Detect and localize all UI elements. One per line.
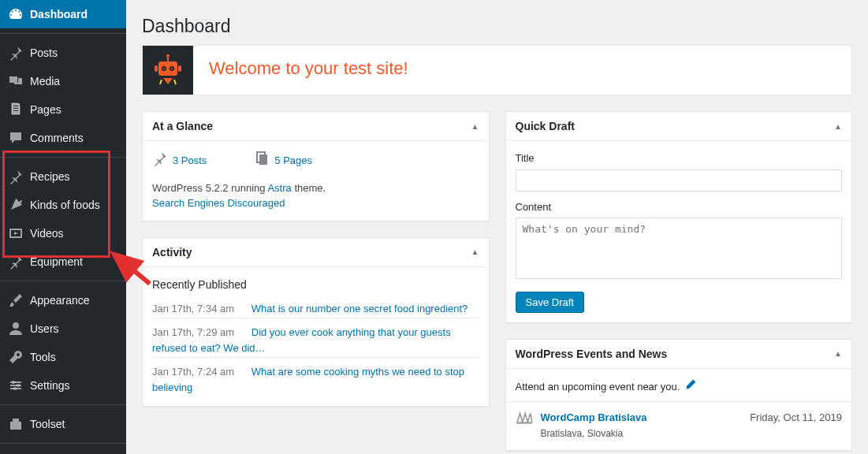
page-title: Dashboard bbox=[142, 0, 852, 45]
sidebar-item-kinds-of-foods[interactable]: Kinds of foods bbox=[0, 191, 126, 219]
sidebar-item-label: Users bbox=[30, 322, 118, 335]
pin-icon bbox=[152, 151, 168, 171]
activity-item: Jan 17th, 7:29 am Did you ever cook anyt… bbox=[152, 318, 479, 357]
activity-title: Activity bbox=[152, 246, 192, 259]
sidebar-item-dashboard[interactable]: Dashboard bbox=[0, 0, 126, 28]
welcome-text: Welcome to your test site! bbox=[193, 46, 424, 95]
event-item: WordCamp Bratislava Bratislava, Slovakia… bbox=[516, 410, 843, 441]
sidebar-item-appearance[interactable]: Appearance bbox=[0, 286, 126, 314]
svg-point-9 bbox=[13, 387, 17, 390]
svg-rect-22 bbox=[178, 65, 181, 72]
draft-title-label: Title bbox=[516, 151, 843, 166]
video-icon bbox=[8, 225, 24, 241]
at-a-glance-box: At a Glance ▲ 3 Posts 5 Pages bbox=[142, 111, 490, 221]
sidebar-item-label: Kinds of foods bbox=[30, 199, 118, 211]
wordcamp-icon bbox=[516, 410, 533, 441]
block-icon bbox=[8, 416, 24, 432]
event-location: Bratislava, Slovakia bbox=[541, 428, 624, 439]
theme-link[interactable]: Astra bbox=[267, 182, 291, 194]
activity-item: Jan 17th, 7:24 am What are some cooking … bbox=[152, 357, 479, 396]
sidebar-item-label: Appearance bbox=[30, 294, 118, 307]
sidebar-item-label: Tools bbox=[30, 351, 118, 363]
user-icon bbox=[8, 321, 24, 337]
glance-footer: WordPress 5.2.2 running Astra theme. bbox=[152, 180, 479, 196]
copy-icon bbox=[254, 151, 270, 171]
sidebar-item-videos[interactable]: Videos bbox=[0, 219, 126, 247]
sidebar-item-equipment[interactable]: Equipment bbox=[0, 247, 126, 276]
toggle-icon[interactable]: ▲ bbox=[471, 247, 479, 256]
sidebar-item-label: Videos bbox=[30, 227, 118, 240]
divider bbox=[506, 401, 852, 402]
draft-content-textarea[interactable] bbox=[516, 218, 843, 279]
sidebar-item-label: Comments bbox=[30, 132, 118, 144]
sidebar-item-label: Settings bbox=[30, 379, 118, 392]
svg-rect-25 bbox=[516, 422, 532, 423]
svg-rect-11 bbox=[13, 419, 19, 422]
sidebar-item-media[interactable]: Media bbox=[0, 67, 126, 95]
events-news-box: WordPress Events and News ▲ Attend an up… bbox=[505, 339, 853, 452]
sidebar-item-tools[interactable]: Tools bbox=[0, 343, 126, 371]
at-a-glance-title: At a Glance bbox=[152, 120, 213, 132]
draft-content-label: Content bbox=[516, 199, 843, 215]
quick-draft-title: Quick Draft bbox=[516, 120, 575, 132]
svg-rect-10 bbox=[10, 422, 21, 430]
sidebar-item-label: Posts bbox=[30, 47, 118, 59]
glance-posts-link[interactable]: 3 Posts bbox=[152, 151, 207, 171]
main-content: Dashboard Welcome to your test site! bbox=[126, 0, 868, 454]
glance-posts-label: 3 Posts bbox=[173, 153, 207, 169]
svg-rect-1 bbox=[13, 106, 18, 106]
save-draft-button[interactable]: Save Draft bbox=[516, 292, 584, 313]
svg-point-19 bbox=[163, 68, 165, 69]
carrot-icon bbox=[8, 197, 24, 213]
svg-rect-16 bbox=[158, 61, 177, 76]
toggle-icon[interactable]: ▲ bbox=[834, 122, 842, 131]
draft-title-input[interactable] bbox=[516, 169, 843, 192]
svg-rect-24 bbox=[259, 154, 267, 165]
sidebar-item-collapse[interactable]: Collapse menu bbox=[0, 448, 126, 454]
sliders-icon bbox=[8, 378, 24, 393]
event-name-link[interactable]: WordCamp Bratislava bbox=[541, 411, 647, 423]
svg-point-8 bbox=[17, 384, 20, 387]
sidebar-item-label: Recipes bbox=[30, 170, 118, 183]
sidebar-item-pages[interactable]: Pages bbox=[0, 95, 126, 124]
welcome-panel: Welcome to your test site! bbox=[142, 45, 852, 95]
event-date: Friday, Oct 11, 2019 bbox=[750, 410, 842, 441]
robot-icon bbox=[143, 46, 193, 95]
sidebar-item-recipes[interactable]: Recipes bbox=[0, 162, 126, 191]
gauge-icon bbox=[8, 6, 24, 22]
comment-icon bbox=[8, 130, 24, 146]
glance-pages-label: 5 Pages bbox=[274, 153, 312, 169]
sidebar-item-posts[interactable]: Posts bbox=[0, 39, 126, 67]
svg-rect-2 bbox=[13, 108, 18, 109]
glance-pages-link[interactable]: 5 Pages bbox=[254, 151, 312, 171]
pencil-icon[interactable] bbox=[684, 378, 697, 396]
svg-point-14 bbox=[166, 54, 170, 58]
wrench-icon bbox=[8, 349, 24, 365]
activity-item: Jan 17th, 7:34 am What is our number one… bbox=[152, 301, 479, 318]
pin-icon bbox=[8, 254, 24, 270]
quick-draft-box: Quick Draft ▲ Title Content Save Draft bbox=[505, 111, 853, 323]
admin-sidebar: Dashboard Posts Media Pages Comments Rec… bbox=[0, 0, 126, 454]
sidebar-item-settings[interactable]: Settings bbox=[0, 371, 126, 400]
events-title: WordPress Events and News bbox=[516, 348, 668, 360]
toggle-icon[interactable]: ▲ bbox=[471, 122, 479, 131]
sidebar-item-label: Dashboard bbox=[30, 8, 118, 20]
svg-point-7 bbox=[12, 381, 15, 384]
activity-subtitle: Recently Published bbox=[152, 277, 479, 293]
activity-item-link[interactable]: What is our number one secret food ingre… bbox=[251, 303, 468, 314]
brush-icon bbox=[8, 292, 24, 308]
sidebar-item-users[interactable]: Users bbox=[0, 314, 126, 343]
sidebar-item-toolset[interactable]: Toolset bbox=[0, 410, 126, 438]
sidebar-item-label: Pages bbox=[30, 103, 118, 116]
sidebar-item-comments[interactable]: Comments bbox=[0, 124, 126, 152]
activity-box: Activity ▲ Recently Published Jan 17th, … bbox=[142, 237, 490, 407]
seo-notice-link[interactable]: Search Engines Discouraged bbox=[152, 197, 285, 209]
svg-rect-3 bbox=[13, 110, 18, 111]
toggle-icon[interactable]: ▲ bbox=[834, 349, 842, 358]
events-intro-text: Attend an upcoming event near you. bbox=[516, 379, 680, 395]
svg-rect-21 bbox=[155, 65, 158, 72]
pages-icon bbox=[8, 102, 24, 117]
pin-icon bbox=[8, 169, 24, 184]
pin-icon bbox=[8, 45, 24, 61]
sidebar-item-label: Toolset bbox=[30, 418, 118, 430]
